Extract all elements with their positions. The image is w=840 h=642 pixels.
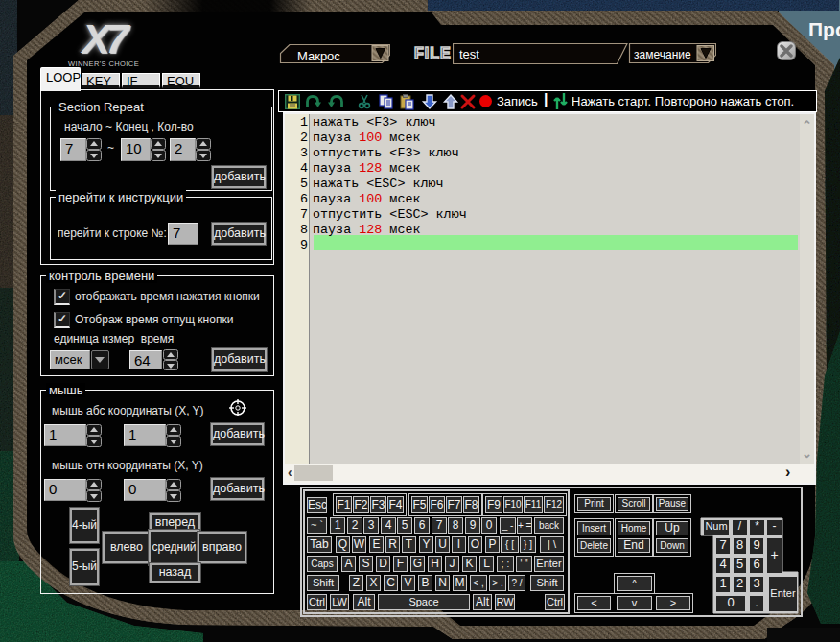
svg-text:Прос: Прос: [808, 18, 840, 40]
